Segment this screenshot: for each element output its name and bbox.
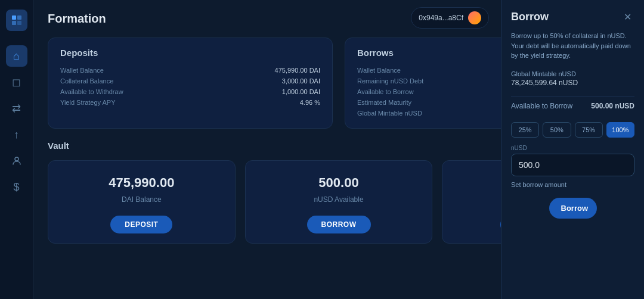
stake-icon[interactable]: ↑ <box>6 124 27 145</box>
user-icon[interactable] <box>6 150 27 172</box>
global-mintable-section: Global Mintable nUSD 78,245,599.64 nUSD <box>511 70 634 87</box>
svg-rect-0 <box>12 15 16 20</box>
global-label: Global Mintable nUSD <box>511 70 634 77</box>
deposits-title: Deposits <box>60 48 320 58</box>
borrow-amount-input[interactable] <box>511 154 634 176</box>
panel-description: Borrow up to 50% of collateral in nUSD. … <box>511 31 634 61</box>
deposits-withdraw-label: Available to Withdraw <box>60 88 123 95</box>
pct-100-button[interactable]: 100% <box>606 122 634 138</box>
deposits-wallet-label: Wallet Balance <box>60 67 104 74</box>
panel-title: Borrow <box>511 11 549 23</box>
borrows-maturity-label: Estimated Maturity <box>357 99 411 106</box>
pct-50-button[interactable]: 50% <box>543 122 571 138</box>
pct-25-button[interactable]: 25% <box>511 122 539 138</box>
deposit-button[interactable]: DEPOSIT <box>110 216 172 233</box>
deposits-withdraw-value: 1,000.00 DAI <box>282 88 320 95</box>
set-amount-label: Set borrow amount <box>511 181 634 188</box>
input-label: nUSD <box>511 145 634 151</box>
box-icon[interactable]: ◻ <box>6 71 27 93</box>
borrow-panel: Borrow ✕ Borrow up to 50% of collateral … <box>501 0 644 299</box>
borrows-available-label: Available to Borrow <box>357 88 414 95</box>
deposits-collateral-label: Collateral Balance <box>60 77 113 85</box>
vault-dai-amount: 475,990.00 <box>109 175 174 191</box>
global-value: 78,245,599.64 nUSD <box>511 79 634 87</box>
deposits-wallet-value: 475,990.00 DAI <box>275 67 320 74</box>
borrows-debt-label: Remaining nUSD Debt <box>357 77 423 85</box>
vault-nusd-label: nUSD Available <box>314 195 363 204</box>
vault-card-nusd: 500.00 nUSD Available BORROW <box>245 160 433 244</box>
available-value: 500.00 nUSD <box>591 102 634 110</box>
sidebar: ⌂ ◻ ⇄ ↑ $ <box>0 0 33 299</box>
vault-nusd-amount: 500.00 <box>318 175 358 191</box>
borrows-wallet-label: Wallet Balance <box>357 67 401 74</box>
deposits-collateral-row: Collateral Balance 3,000.00 DAI <box>60 76 320 86</box>
transfer-icon[interactable]: ⇄ <box>6 98 27 119</box>
borrow-input-group: nUSD <box>511 145 634 176</box>
wallet-bar[interactable]: 0x949a...a8Cf <box>411 7 489 29</box>
deposits-apy-label: Yield Strategy APY <box>60 99 116 106</box>
available-label: Available to Borrow <box>511 102 572 110</box>
home-icon[interactable]: ⌂ <box>6 45 27 67</box>
borrow-action-button[interactable]: Borrow <box>549 198 597 219</box>
svg-rect-3 <box>17 21 21 25</box>
dollar-icon[interactable]: $ <box>6 176 27 198</box>
app-logo <box>6 10 27 31</box>
svg-rect-1 <box>17 15 21 20</box>
deposits-apy-value: 4.96 % <box>300 99 320 106</box>
close-button[interactable]: ✕ <box>620 10 634 24</box>
deposits-collateral-value: 3,000.00 DAI <box>282 77 320 85</box>
borrow-vault-button[interactable]: BORROW <box>307 216 371 233</box>
deposits-apy-row: Yield Strategy APY 4.96 % <box>60 97 320 108</box>
vault-card-dai: 475,990.00 DAI Balance DEPOSIT <box>48 160 236 244</box>
deposits-withdraw-row: Available to Withdraw 1,000.00 DAI <box>60 86 320 97</box>
available-row: Available to Borrow 500.00 nUSD <box>511 96 634 115</box>
svg-point-4 <box>15 157 18 161</box>
wallet-address: 0x949a...a8Cf <box>419 14 463 22</box>
deposits-card: Deposits Wallet Balance 475,990.00 DAI C… <box>48 38 333 129</box>
deposits-wallet-row: Wallet Balance 475,990.00 DAI <box>60 65 320 76</box>
svg-rect-2 <box>12 21 16 25</box>
vault-dai-label: DAI Balance <box>122 195 162 204</box>
pct-75-button[interactable]: 75% <box>575 122 603 138</box>
borrows-global-label: Global Mintable nUSD <box>357 110 422 117</box>
percent-buttons: 25% 50% 75% 100% <box>511 122 634 138</box>
wallet-avatar <box>468 11 481 24</box>
panel-header: Borrow ✕ <box>511 10 634 24</box>
